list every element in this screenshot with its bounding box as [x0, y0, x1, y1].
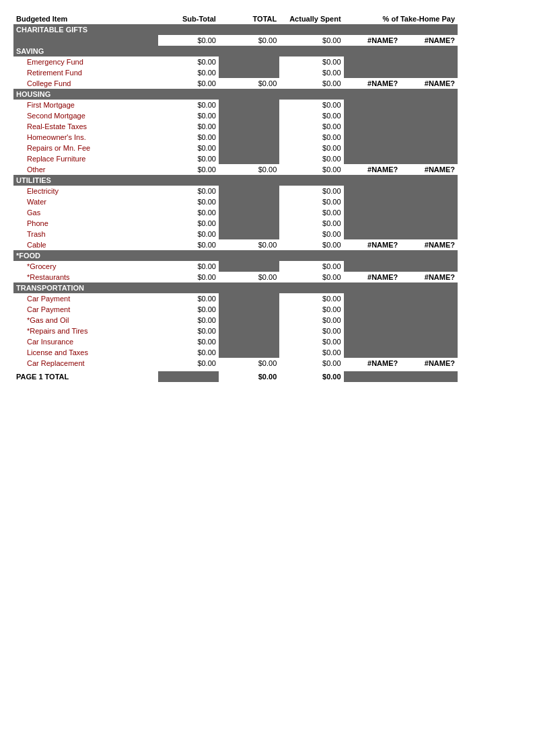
- item-subtotal: $0.00: [158, 186, 219, 196]
- category-actual-dark: [279, 250, 343, 261]
- category-pct2-dark: [400, 89, 458, 100]
- item-pct2-dark: [400, 326, 458, 336]
- item-actual: $0.00: [279, 56, 343, 67]
- item-pct1-dark: [344, 110, 401, 121]
- item-row: Gas $0.00 $0.00: [13, 207, 458, 218]
- category-pct2-dark: [400, 250, 458, 261]
- header-pct: % of Take-Home Pay: [344, 13, 458, 24]
- header-actual: Actually Spent: [279, 13, 343, 24]
- item-pct2-dark: [400, 132, 458, 143]
- pct2-value: #NAME?: [400, 35, 458, 46]
- item-pct1-dark: [344, 67, 401, 78]
- category-subtotal-dark: [158, 46, 219, 56]
- item-subtotal: $0.00: [158, 164, 219, 175]
- category-pct1-dark: [344, 175, 401, 186]
- item-subtotal: $0.00: [158, 121, 219, 132]
- item-pct1-dark: [344, 207, 401, 218]
- item-row: License and Taxes $0.00 $0.00: [13, 347, 458, 358]
- item-actual: $0.00: [279, 143, 343, 153]
- item-label: *Grocery: [13, 261, 158, 272]
- category-total-dark: [219, 24, 279, 35]
- item-actual: $0.00: [279, 207, 343, 218]
- subtotal-label: [13, 35, 158, 46]
- item-actual: $0.00: [279, 186, 343, 196]
- category-pct1-dark: [344, 46, 401, 56]
- item-pct2-dark: [400, 121, 458, 132]
- item-row: Water $0.00 $0.00: [13, 196, 458, 207]
- item-subtotal: $0.00: [158, 347, 219, 358]
- item-pct1: #NAME?: [344, 272, 401, 282]
- item-subtotal: $0.00: [158, 272, 219, 282]
- item-subtotal: $0.00: [158, 315, 219, 326]
- item-row: Real-Estate Taxes $0.00 $0.00: [13, 121, 458, 132]
- header-row: Budgeted Item Sub-Total TOTAL Actually S…: [13, 13, 458, 24]
- item-pct1-dark: [344, 121, 401, 132]
- category-total-dark: [219, 46, 279, 56]
- item-label: Trash: [13, 229, 158, 239]
- item-total-dark: [219, 218, 279, 229]
- item-label: Retirement Fund: [13, 67, 158, 78]
- item-pct2: #NAME?: [400, 358, 458, 369]
- category-row: HOUSING: [13, 89, 458, 100]
- item-subtotal: $0.00: [158, 56, 219, 67]
- category-actual-dark: [279, 24, 343, 35]
- item-row: *Gas and Oil $0.00 $0.00: [13, 315, 458, 326]
- pct1-value: #NAME?: [344, 35, 401, 46]
- item-pct1-dark: [344, 229, 401, 239]
- page-total-total: $0.00: [219, 371, 279, 382]
- subtotal-row: $0.00 $0.00 $0.00 #NAME? #NAME?: [13, 35, 458, 46]
- item-label: Cable: [13, 239, 158, 250]
- item-total-dark: [219, 336, 279, 347]
- category-label: TRANSPORTATION: [13, 282, 158, 293]
- item-total-dark: [219, 110, 279, 121]
- category-label: HOUSING: [13, 89, 158, 100]
- item-label: *Restaurants: [13, 272, 158, 282]
- actual-value: $0.00: [279, 35, 343, 46]
- page-total-pct1-dark: [344, 371, 401, 382]
- category-label: CHARITABLE GIFTS: [13, 24, 158, 35]
- category-subtotal-dark: [158, 250, 219, 261]
- item-pct1-dark: [344, 143, 401, 153]
- item-actual: $0.00: [279, 272, 343, 282]
- item-actual: $0.00: [279, 261, 343, 272]
- item-pct2-dark: [400, 315, 458, 326]
- item-pct2-dark: [400, 143, 458, 153]
- item-pct2-dark: [400, 56, 458, 67]
- category-subtotal-dark: [158, 175, 219, 186]
- item-row: *Grocery $0.00 $0.00: [13, 261, 458, 272]
- item-total: $0.00: [219, 239, 279, 250]
- category-pct1-dark: [344, 24, 401, 35]
- page-total-label: PAGE 1 TOTAL: [13, 371, 158, 382]
- item-subtotal: $0.00: [158, 143, 219, 153]
- category-pct2-dark: [400, 282, 458, 293]
- category-row: UTILITIES: [13, 175, 458, 186]
- item-subtotal: $0.00: [158, 304, 219, 315]
- item-subtotal: $0.00: [158, 336, 219, 347]
- category-actual-dark: [279, 89, 343, 100]
- item-label: License and Taxes: [13, 347, 158, 358]
- item-subtotal: $0.00: [158, 293, 219, 304]
- item-pct1-dark: [344, 347, 401, 358]
- item-label: *Gas and Oil: [13, 315, 158, 326]
- item-subtotal: $0.00: [158, 326, 219, 336]
- item-total-dark: [219, 132, 279, 143]
- item-label: Repairs or Mn. Fee: [13, 143, 158, 153]
- item-pct1: #NAME?: [344, 78, 401, 89]
- item-total-dark: [219, 121, 279, 132]
- item-label: First Mortgage: [13, 100, 158, 110]
- item-actual: $0.00: [279, 153, 343, 164]
- item-actual: $0.00: [279, 218, 343, 229]
- item-actual: $0.00: [279, 336, 343, 347]
- category-row: TRANSPORTATION: [13, 282, 458, 293]
- category-pct1-dark: [344, 250, 401, 261]
- item-pct2-dark: [400, 304, 458, 315]
- item-pct1-dark: [344, 261, 401, 272]
- item-label: Car Payment: [13, 293, 158, 304]
- item-actual: $0.00: [279, 100, 343, 110]
- category-row: *FOOD: [13, 250, 458, 261]
- item-subtotal: $0.00: [158, 67, 219, 78]
- item-total-dark: [219, 347, 279, 358]
- category-actual-dark: [279, 175, 343, 186]
- item-pct2-dark: [400, 153, 458, 164]
- item-subtotal: $0.00: [158, 358, 219, 369]
